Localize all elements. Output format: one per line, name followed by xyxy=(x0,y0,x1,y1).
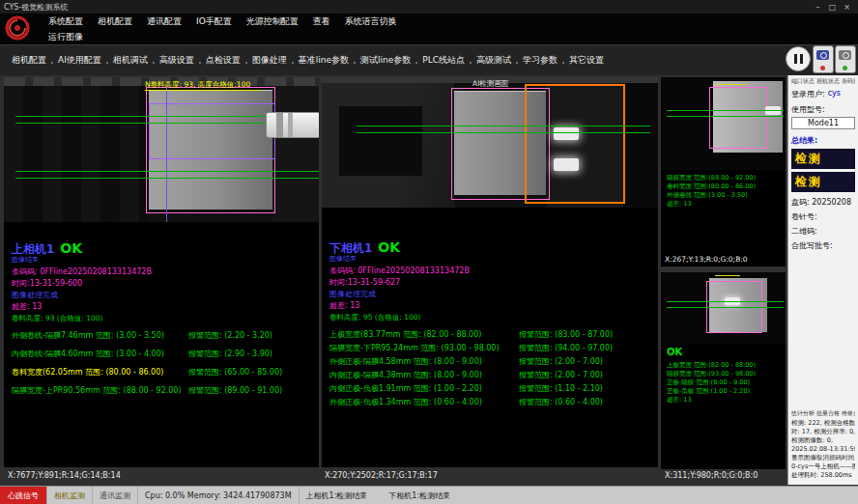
camera-thumbnail-2[interactable]: OK 上极宽度 范围:(82.00 - 88.00)隔膜宽度 范围:(93.00… xyxy=(661,272,786,469)
thumbnail-status-ok: OK xyxy=(661,344,786,357)
camera-lens-icon xyxy=(843,52,849,59)
thumbnail-measure-line: 超差: 13 xyxy=(667,396,780,405)
barcode-text: 条码码: 0FFline2025020813313472B xyxy=(329,266,650,276)
menu-item[interactable]: IO手配置 xyxy=(196,15,232,28)
process-done-text: 图像处理完成 xyxy=(12,291,311,300)
toolbar-item[interactable]: 高级测试 xyxy=(471,54,517,67)
menubar: 系统配置相机配置通讯配置IO手配置光源控制配置查看系统语言切换 xyxy=(48,14,397,29)
camera-thumbnail-1[interactable]: 隔膜宽度 范围:(88.00 - 92.00)卷料宽度 范围:(80.00 - … xyxy=(661,77,786,266)
pixel-readout-thumb-1: X:267;Y:13;R:0;G:0;B:0 xyxy=(665,255,748,264)
comm-monitor-indicator[interactable]: 通讯监测 xyxy=(93,487,138,504)
toolbar-item[interactable]: 相机配置 xyxy=(6,54,52,67)
camera-icon xyxy=(816,50,829,60)
model-label: 使用型号: xyxy=(791,104,855,115)
toolbar-item[interactable]: AI使用配置 xyxy=(52,54,107,67)
pause-button[interactable] xyxy=(786,46,811,71)
info-field: 卷针号: xyxy=(791,212,855,221)
thumbnail-measure-line: 隔膜宽度 范围:(88.00 - 92.00) xyxy=(667,174,780,182)
process-done-text: 图像处理完成 xyxy=(329,290,650,299)
app-logo-icon xyxy=(4,14,43,42)
measure-line xyxy=(357,132,650,133)
measurement-value: 上极宽度(83.77mm 范围: (82.00 - 88.00) xyxy=(329,330,519,340)
time-text: 时间:13-31-59-600 xyxy=(12,279,311,289)
window-title: CYS-视觉检测系统 xyxy=(4,2,68,13)
login-row: 登录用户: cys xyxy=(791,89,855,99)
deviation-text: 超差: 13 xyxy=(12,302,311,312)
measurement-row: 上极宽度(83.77mm 范围: (82.00 - 88.00) 报警范围: (… xyxy=(329,330,650,340)
camera-status-text: 下相机1:检测结束 xyxy=(388,490,450,501)
toolbar-item[interactable]: 学习参数 xyxy=(517,54,563,67)
measurement-row: 隔膜宽度-下PR95.24mm 范围: (93.00 - 98.00) 报警范围… xyxy=(329,344,650,353)
alarm-range: 报警范围: (2.20 - 3.20) xyxy=(188,331,311,341)
menu-item[interactable]: 系统语言切换 xyxy=(345,15,397,28)
info-field: 二维码: xyxy=(791,227,855,236)
stat-line: 处理耗时: 258.00ms xyxy=(791,471,855,480)
camera-name: 上相机1 xyxy=(12,244,54,254)
toolbar-item[interactable]: 基准line参数 xyxy=(293,54,355,67)
alarm-range: 报警范围: (0.60 - 4.00) xyxy=(519,398,650,407)
stat-line: 0-cys一号上相机——图像 xyxy=(791,462,855,471)
toolbar-item[interactable]: 其它设置 xyxy=(563,54,610,67)
thumbnail-image-1 xyxy=(661,77,786,170)
thumbnail-measure-line: 隔膜宽度 范围:(93.00 - 98.00) xyxy=(667,370,780,378)
thumbnail-measure-line: 上极宽度 范围:(82.00 - 88.00) xyxy=(667,361,780,370)
thumbnail-measurements: 上极宽度 范围:(82.00 - 88.00)隔膜宽度 范围:(93.00 - … xyxy=(661,357,786,405)
measure-line-vertical xyxy=(166,86,167,222)
height-note-text: 卷料高度: 93 (合格值: 100) xyxy=(12,314,311,323)
pixel-readout-thumb-2: X:311;Y:980;R:0;G:0;B:0 xyxy=(665,471,758,480)
alarm-range: 报警范围: (1.10 - 2.10) xyxy=(519,384,650,394)
highlight-spot xyxy=(554,127,579,140)
connector-part xyxy=(266,112,319,138)
measure-line xyxy=(15,178,319,179)
camera-toggle-button-2[interactable] xyxy=(835,45,856,73)
close-button[interactable]: × xyxy=(840,3,854,12)
machine-bg-left xyxy=(4,86,147,222)
toolbar-item[interactable]: 测试line参数 xyxy=(355,54,416,67)
alarm-range: 报警范围: (2.90 - 3.90) xyxy=(188,350,311,359)
measurement-row: 外侧正极-隔膜4.58mm 范围: (8.00 - 9.00) 报警范围: (2… xyxy=(329,357,650,367)
statusbar: 心跳信号 相机监测 通讯监测 Cpu: 0.0% Memory: 3424.41… xyxy=(0,486,858,504)
camera-subtitle: 图像结果 xyxy=(329,254,650,264)
toolbar-item[interactable]: 点检设置 xyxy=(200,54,246,67)
stat-line: 检测: 222, 检测合格数: xyxy=(791,419,855,428)
menu-item[interactable]: 相机配置 xyxy=(98,15,132,28)
menu-item[interactable]: 查看 xyxy=(313,15,330,28)
titlebar: CYS-视觉检测系统 – □ × xyxy=(0,0,858,14)
maximize-button[interactable]: □ xyxy=(825,3,840,12)
camera-image-lower[interactable]: AI检测画面 xyxy=(322,77,658,208)
login-label: 登录用户: xyxy=(791,89,825,99)
camera-status-text: 上相机1:检测结束 xyxy=(306,490,368,501)
tab-run-image[interactable]: 运行图像 xyxy=(48,31,83,43)
heartbeat-indicator[interactable]: 心跳信号 xyxy=(0,487,47,504)
pause-icon xyxy=(794,54,797,64)
roi-rect-violet xyxy=(149,103,275,159)
menu-item[interactable]: 系统配置 xyxy=(48,15,83,28)
thumbnail-measure-line: 正极-负极 范围:(1.00 - 2.20) xyxy=(667,387,780,396)
info-field-label: 二维码: xyxy=(791,227,817,236)
stats-header: 统计分析 批量合格 维修合格 xyxy=(791,409,855,418)
model-select[interactable]: Mode11 xyxy=(791,117,855,129)
toolbar-item[interactable]: 图像处理 xyxy=(246,54,293,67)
camera-image-upper[interactable]: N卷料高度: 93, 高度合格值:100 xyxy=(4,77,319,222)
stat-line: 对: 17, 检测分辨率: 0, xyxy=(791,428,855,436)
stat-line: 2025.02.08-13:31:59:05 xyxy=(791,445,855,454)
minimize-button[interactable]: – xyxy=(811,3,825,12)
camera-monitor-indicator[interactable]: 相机监测 xyxy=(47,487,93,504)
menu-item[interactable]: 通讯配置 xyxy=(147,15,182,28)
stat-line: 检测图像数: 0, xyxy=(791,436,855,445)
right-panel: 端口状态 相机状态 条码状态 登录用户: cys 使用型号: Mode11 总结… xyxy=(787,75,858,485)
thumbnail-measure-line: 外侧卷线 范围:(3.00 - 3.50) xyxy=(667,191,780,200)
status-dot-red xyxy=(820,66,825,70)
measure-line xyxy=(357,126,650,126)
thumbnail-image-2 xyxy=(661,272,786,344)
result-box-1: 检测 xyxy=(791,149,855,169)
toolbar-item[interactable]: 相机调试 xyxy=(107,54,154,67)
toolbar-item[interactable]: PLC线站点 xyxy=(416,54,471,67)
camera-toggle-button-1[interactable] xyxy=(813,45,834,73)
alarm-range: 报警范围: (65.00 - 85.00) xyxy=(188,368,311,378)
info-fields: 盘码: 20250208 卷针号: 二维码: 合批写批号: xyxy=(791,198,855,250)
ruler-line-yellow xyxy=(715,275,740,276)
menu-item[interactable]: 光源控制配置 xyxy=(246,15,299,28)
result-text-block: 下相机1 OK 图像结果 条码码: 0FFline202502081331347… xyxy=(322,208,658,407)
toolbar-item[interactable]: 高级设置 xyxy=(154,54,200,67)
